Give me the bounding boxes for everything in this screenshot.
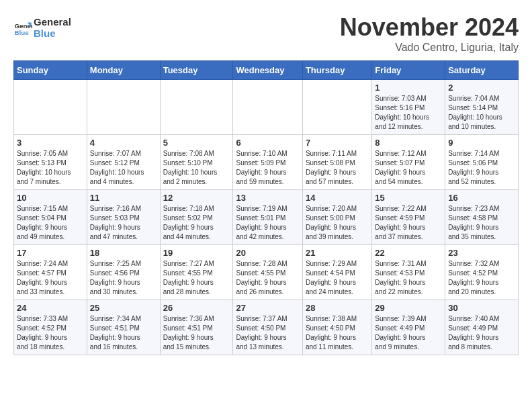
day-info: Sunrise: 7:07 AM Sunset: 5:12 PM Dayligh… bbox=[90, 149, 157, 187]
calendar-cell: 24Sunrise: 7:33 AM Sunset: 4:52 PM Dayli… bbox=[14, 300, 87, 355]
calendar-cell: 3Sunrise: 7:05 AM Sunset: 5:13 PM Daylig… bbox=[14, 135, 87, 190]
calendar-week-row: 17Sunrise: 7:24 AM Sunset: 4:57 PM Dayli… bbox=[14, 245, 519, 300]
day-info: Sunrise: 7:08 AM Sunset: 5:10 PM Dayligh… bbox=[163, 149, 230, 187]
day-info: Sunrise: 7:38 AM Sunset: 4:50 PM Dayligh… bbox=[306, 314, 369, 352]
day-number: 5 bbox=[163, 138, 230, 148]
day-number: 29 bbox=[375, 303, 442, 313]
calendar-cell: 7Sunrise: 7:11 AM Sunset: 5:08 PM Daylig… bbox=[302, 135, 371, 190]
day-info: Sunrise: 7:31 AM Sunset: 4:53 PM Dayligh… bbox=[375, 259, 442, 297]
calendar-cell: 18Sunrise: 7:25 AM Sunset: 4:56 PM Dayli… bbox=[87, 245, 160, 300]
day-number: 15 bbox=[375, 193, 442, 203]
logo: General Blue General Blue bbox=[13, 17, 71, 39]
day-info: Sunrise: 7:27 AM Sunset: 4:55 PM Dayligh… bbox=[163, 259, 230, 297]
calendar-cell: 9Sunrise: 7:14 AM Sunset: 5:06 PM Daylig… bbox=[445, 135, 519, 190]
day-info: Sunrise: 7:19 AM Sunset: 5:01 PM Dayligh… bbox=[236, 204, 299, 242]
svg-text:Blue: Blue bbox=[14, 28, 29, 36]
day-number: 10 bbox=[17, 193, 84, 203]
calendar-cell: 12Sunrise: 7:18 AM Sunset: 5:02 PM Dayli… bbox=[160, 190, 233, 245]
weekday-header: Thursday bbox=[302, 61, 371, 80]
day-number: 25 bbox=[90, 303, 157, 313]
day-info: Sunrise: 7:12 AM Sunset: 5:07 PM Dayligh… bbox=[375, 149, 442, 187]
calendar-cell: 5Sunrise: 7:08 AM Sunset: 5:10 PM Daylig… bbox=[160, 135, 233, 190]
day-number: 11 bbox=[90, 193, 157, 203]
day-info: Sunrise: 7:20 AM Sunset: 5:00 PM Dayligh… bbox=[306, 204, 369, 242]
day-info: Sunrise: 7:14 AM Sunset: 5:06 PM Dayligh… bbox=[448, 149, 515, 187]
calendar-cell: 2Sunrise: 7:04 AM Sunset: 5:14 PM Daylig… bbox=[445, 80, 519, 135]
logo-line2: Blue bbox=[34, 28, 71, 40]
day-number: 30 bbox=[448, 303, 515, 313]
day-number: 19 bbox=[163, 248, 230, 258]
calendar-cell bbox=[233, 80, 302, 135]
calendar-cell: 17Sunrise: 7:24 AM Sunset: 4:57 PM Dayli… bbox=[14, 245, 87, 300]
weekday-header: Wednesday bbox=[233, 61, 302, 80]
day-number: 26 bbox=[163, 303, 230, 313]
calendar-week-row: 24Sunrise: 7:33 AM Sunset: 4:52 PM Dayli… bbox=[14, 300, 519, 355]
day-number: 20 bbox=[236, 248, 299, 258]
calendar-week-row: 3Sunrise: 7:05 AM Sunset: 5:13 PM Daylig… bbox=[14, 135, 519, 190]
day-info: Sunrise: 7:16 AM Sunset: 5:03 PM Dayligh… bbox=[90, 204, 157, 242]
calendar-cell: 1Sunrise: 7:03 AM Sunset: 5:16 PM Daylig… bbox=[372, 80, 445, 135]
calendar-cell: 29Sunrise: 7:39 AM Sunset: 4:49 PM Dayli… bbox=[372, 300, 445, 355]
day-info: Sunrise: 7:24 AM Sunset: 4:57 PM Dayligh… bbox=[17, 259, 84, 297]
day-number: 1 bbox=[375, 83, 442, 93]
calendar-cell: 8Sunrise: 7:12 AM Sunset: 5:07 PM Daylig… bbox=[372, 135, 445, 190]
day-number: 8 bbox=[375, 138, 442, 148]
calendar-cell: 26Sunrise: 7:36 AM Sunset: 4:51 PM Dayli… bbox=[160, 300, 233, 355]
day-number: 4 bbox=[90, 138, 157, 148]
day-number: 16 bbox=[448, 193, 515, 203]
calendar-cell: 4Sunrise: 7:07 AM Sunset: 5:12 PM Daylig… bbox=[87, 135, 160, 190]
day-info: Sunrise: 7:25 AM Sunset: 4:56 PM Dayligh… bbox=[90, 259, 157, 297]
calendar-cell: 20Sunrise: 7:28 AM Sunset: 4:55 PM Dayli… bbox=[233, 245, 302, 300]
day-info: Sunrise: 7:39 AM Sunset: 4:49 PM Dayligh… bbox=[375, 314, 442, 352]
day-number: 12 bbox=[163, 193, 230, 203]
day-info: Sunrise: 7:28 AM Sunset: 4:55 PM Dayligh… bbox=[236, 259, 299, 297]
day-info: Sunrise: 7:05 AM Sunset: 5:13 PM Dayligh… bbox=[17, 149, 84, 187]
day-number: 13 bbox=[236, 193, 299, 203]
calendar-cell bbox=[14, 80, 87, 135]
day-number: 14 bbox=[306, 193, 369, 203]
weekday-header: Sunday bbox=[14, 61, 87, 80]
day-number: 23 bbox=[448, 248, 515, 258]
day-number: 27 bbox=[236, 303, 299, 313]
weekday-header: Saturday bbox=[445, 61, 519, 80]
calendar-cell: 15Sunrise: 7:22 AM Sunset: 4:59 PM Dayli… bbox=[372, 190, 445, 245]
day-info: Sunrise: 7:34 AM Sunset: 4:51 PM Dayligh… bbox=[90, 314, 157, 352]
page-header: General Blue General Blue November 2024 … bbox=[13, 13, 519, 54]
day-info: Sunrise: 7:37 AM Sunset: 4:50 PM Dayligh… bbox=[236, 314, 299, 352]
day-number: 22 bbox=[375, 248, 442, 258]
calendar-cell: 11Sunrise: 7:16 AM Sunset: 5:03 PM Dayli… bbox=[87, 190, 160, 245]
calendar-cell: 25Sunrise: 7:34 AM Sunset: 4:51 PM Dayli… bbox=[87, 300, 160, 355]
day-info: Sunrise: 7:40 AM Sunset: 4:49 PM Dayligh… bbox=[448, 314, 515, 352]
logo-icon: General Blue bbox=[13, 19, 32, 38]
day-info: Sunrise: 7:22 AM Sunset: 4:59 PM Dayligh… bbox=[375, 204, 442, 242]
title-area: November 2024 Vado Centro, Liguria, Ital… bbox=[340, 13, 519, 54]
day-info: Sunrise: 7:23 AM Sunset: 4:58 PM Dayligh… bbox=[448, 204, 515, 242]
calendar-cell bbox=[302, 80, 371, 135]
calendar-cell: 13Sunrise: 7:19 AM Sunset: 5:01 PM Dayli… bbox=[233, 190, 302, 245]
calendar-cell bbox=[160, 80, 233, 135]
day-number: 17 bbox=[17, 248, 84, 258]
day-info: Sunrise: 7:18 AM Sunset: 5:02 PM Dayligh… bbox=[163, 204, 230, 242]
calendar-cell bbox=[87, 80, 160, 135]
calendar-cell: 28Sunrise: 7:38 AM Sunset: 4:50 PM Dayli… bbox=[302, 300, 371, 355]
day-info: Sunrise: 7:32 AM Sunset: 4:52 PM Dayligh… bbox=[448, 259, 515, 297]
calendar-cell: 30Sunrise: 7:40 AM Sunset: 4:49 PM Dayli… bbox=[445, 300, 519, 355]
weekday-header: Tuesday bbox=[160, 61, 233, 80]
day-number: 6 bbox=[236, 138, 299, 148]
day-number: 9 bbox=[448, 138, 515, 148]
calendar-cell: 22Sunrise: 7:31 AM Sunset: 4:53 PM Dayli… bbox=[372, 245, 445, 300]
calendar-cell: 10Sunrise: 7:15 AM Sunset: 5:04 PM Dayli… bbox=[14, 190, 87, 245]
weekday-header: Friday bbox=[372, 61, 445, 80]
day-number: 18 bbox=[90, 248, 157, 258]
logo-line1: General bbox=[34, 17, 71, 28]
calendar-cell: 19Sunrise: 7:27 AM Sunset: 4:55 PM Dayli… bbox=[160, 245, 233, 300]
calendar-week-row: 1Sunrise: 7:03 AM Sunset: 5:16 PM Daylig… bbox=[14, 80, 519, 135]
calendar-cell: 23Sunrise: 7:32 AM Sunset: 4:52 PM Dayli… bbox=[445, 245, 519, 300]
day-number: 21 bbox=[306, 248, 369, 258]
calendar-table: SundayMondayTuesdayWednesdayThursdayFrid… bbox=[13, 60, 519, 355]
day-number: 24 bbox=[17, 303, 84, 313]
calendar-cell: 6Sunrise: 7:10 AM Sunset: 5:09 PM Daylig… bbox=[233, 135, 302, 190]
day-info: Sunrise: 7:15 AM Sunset: 5:04 PM Dayligh… bbox=[17, 204, 84, 242]
day-info: Sunrise: 7:10 AM Sunset: 5:09 PM Dayligh… bbox=[236, 149, 299, 187]
location-title: Vado Centro, Liguria, Italy bbox=[340, 42, 519, 54]
